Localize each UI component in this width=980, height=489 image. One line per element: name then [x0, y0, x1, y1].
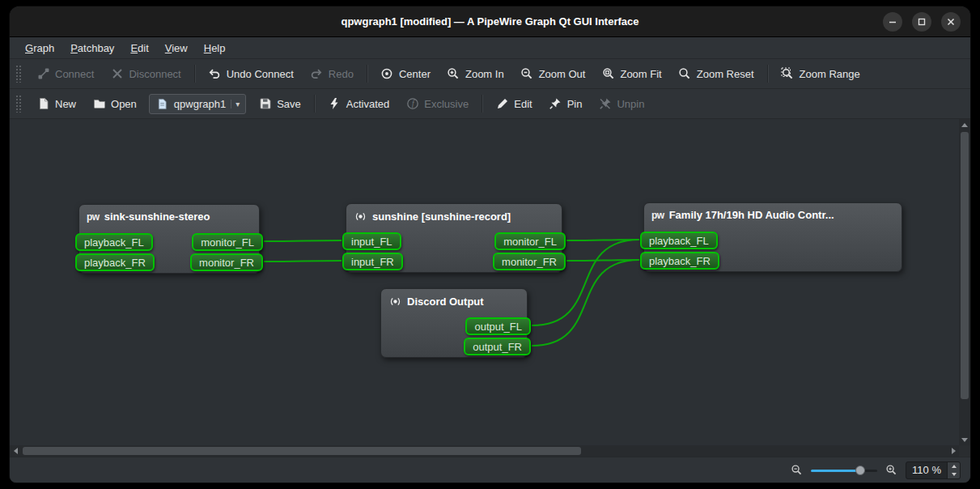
maximize-icon — [915, 15, 928, 28]
menu-view[interactable]: View — [158, 40, 195, 57]
toolbar-grip[interactable] — [15, 95, 22, 113]
zoom-fit-button[interactable]: Zoom Fit — [594, 63, 668, 85]
save-patchbay-button[interactable]: Save — [251, 93, 308, 115]
unpin-label: Unpin — [617, 98, 644, 110]
toolbar-separator — [367, 65, 367, 83]
connection-wire[interactable] — [264, 240, 342, 241]
disconnect-button[interactable]: Disconnect — [103, 63, 188, 85]
node-title: Discord Output — [407, 296, 484, 308]
edit-patchbay-button[interactable]: Edit — [488, 93, 539, 115]
zoom-in-label: Zoom In — [465, 68, 504, 80]
center-button[interactable]: Center — [373, 63, 438, 85]
zoom-out-small-icon[interactable] — [790, 463, 804, 477]
toolbar-separator — [194, 65, 195, 83]
scroll-right-button[interactable] — [948, 445, 959, 457]
toolbar-grip[interactable] — [15, 65, 22, 83]
zoom-out-button[interactable]: Zoom Out — [513, 63, 593, 85]
input-ports-column: input_FL input_FR — [342, 232, 403, 270]
menu-edit[interactable]: Edit — [123, 40, 155, 57]
port-input[interactable]: input_FL — [342, 232, 401, 250]
port-input[interactable]: playback_FR — [640, 252, 719, 270]
zoom-out-label: Zoom Out — [539, 68, 586, 80]
scroll-up-button[interactable] — [959, 119, 970, 130]
horizontal-scroll-thumb[interactable] — [23, 447, 581, 455]
port-output[interactable]: monitor_FL — [494, 232, 566, 250]
connection-wire[interactable] — [264, 261, 342, 262]
zoom-range-label: Zoom Range — [800, 68, 860, 80]
zoom-spinbox[interactable]: 110 % — [906, 461, 961, 479]
new-patchbay-button[interactable]: New — [29, 93, 83, 115]
graph-canvas[interactable]: pw sink-sunshine-stereo playback_FL play… — [10, 119, 959, 445]
unpin-button[interactable]: Unpin — [591, 93, 651, 115]
zoom-value[interactable]: 110 % — [906, 462, 947, 478]
patchbay-file-icon — [155, 97, 169, 111]
zoom-range-button[interactable]: Zoom Range — [774, 63, 868, 85]
node-sink-sunshine-stereo[interactable]: pw sink-sunshine-stereo playback_FL play… — [78, 204, 260, 274]
node-header: sunshine [sunshine-record] — [346, 204, 562, 226]
activated-toggle[interactable]: Activated — [320, 93, 397, 115]
titlebar[interactable]: qpwgraph1 [modified] — A PipeWire Graph … — [10, 6, 970, 37]
open-folder-icon — [92, 97, 106, 111]
close-icon — [944, 15, 957, 28]
port-output[interactable]: monitor_FL — [192, 233, 263, 251]
port-input[interactable]: playback_FL — [640, 232, 718, 249]
menu-graph[interactable]: Graph — [18, 40, 62, 57]
spin-up-button[interactable] — [948, 462, 960, 470]
pipewire-icon: pw — [87, 211, 100, 223]
zoom-slider[interactable] — [811, 465, 877, 476]
graph-toolbar: Connect Disconnect Undo Connect Redo — [10, 59, 970, 89]
patchbay-selector-value: qpwgraph1 — [174, 98, 226, 110]
node-family-hd-audio[interactable]: pw Family 17h/19h HD Audio Contr... play… — [643, 202, 902, 272]
port-input[interactable]: input_FR — [342, 253, 403, 270]
scroll-left-button[interactable] — [10, 445, 21, 457]
minimize-icon — [886, 15, 899, 28]
zoom-slider-handle[interactable] — [855, 466, 865, 475]
zoom-in-icon — [447, 67, 460, 81]
connect-button[interactable]: Connect — [29, 63, 101, 85]
spin-arrows — [947, 462, 960, 478]
arrow-up-icon — [961, 123, 968, 127]
vertical-scrollbar[interactable] — [959, 119, 970, 445]
port-input[interactable]: playback_FR — [75, 253, 155, 271]
connect-icon — [36, 67, 50, 81]
vertical-scroll-thumb[interactable] — [961, 132, 969, 399]
port-output[interactable]: output_FR — [464, 338, 531, 355]
menu-help[interactable]: Help — [197, 40, 233, 57]
arrow-up-icon — [952, 465, 957, 468]
window-controls — [883, 6, 961, 36]
patchbay-selector[interactable]: qpwgraph1 ▾ — [149, 94, 246, 114]
redo-label: Redo — [329, 68, 354, 80]
port-output[interactable]: monitor_FR — [190, 253, 263, 271]
node-title: Family 17h/19h HD Audio Contr... — [669, 209, 834, 221]
disconnect-label: Disconnect — [129, 68, 180, 80]
undo-connect-label: Undo Connect — [227, 68, 294, 80]
zoom-reset-button[interactable]: Zoom Reset — [671, 63, 762, 85]
zoom-reset-icon — [678, 67, 692, 81]
toolbar-separator — [482, 95, 482, 113]
open-patchbay-button[interactable]: Open — [85, 93, 144, 115]
scroll-down-button[interactable] — [959, 434, 970, 445]
canvas-area: pw sink-sunshine-stereo playback_FL play… — [10, 119, 970, 457]
input-ports-column: playback_FL playback_FR — [640, 232, 719, 270]
unpin-icon — [598, 97, 612, 111]
undo-connect-button[interactable]: Undo Connect — [201, 63, 301, 85]
exclusive-toggle[interactable]: f Exclusive — [398, 93, 476, 115]
port-output[interactable]: monitor_FR — [493, 253, 566, 270]
zoom-fit-label: Zoom Fit — [620, 68, 661, 80]
node-sunshine[interactable]: sunshine [sunshine-record] input_FL inpu… — [346, 203, 562, 273]
horizontal-scrollbar[interactable] — [10, 445, 959, 457]
node-discord-output[interactable]: Discord Output output_FL output_FR — [380, 288, 528, 358]
zoom-in-small-icon[interactable] — [885, 463, 898, 477]
close-button[interactable] — [941, 12, 961, 32]
menubar: Graph Patchbay Edit View Help — [10, 37, 970, 59]
maximize-button[interactable] — [912, 12, 931, 32]
port-input[interactable]: playback_FL — [75, 233, 153, 251]
center-icon — [380, 67, 394, 81]
port-output[interactable]: output_FL — [465, 317, 531, 335]
zoom-in-button[interactable]: Zoom In — [439, 63, 511, 85]
redo-button[interactable]: Redo — [303, 63, 361, 85]
menu-patchbay[interactable]: Patchbay — [63, 40, 121, 57]
minimize-button[interactable] — [883, 12, 902, 32]
spin-down-button[interactable] — [948, 470, 960, 478]
pin-button[interactable]: Pin — [541, 93, 590, 115]
